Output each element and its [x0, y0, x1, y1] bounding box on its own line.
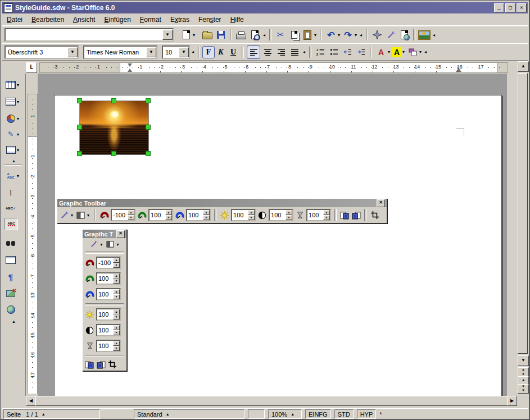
autotext-button[interactable]: AABC▾ [4, 169, 24, 182]
find-replace-button[interactable] [4, 236, 24, 250]
vertical-scroll-thumb[interactable] [518, 73, 528, 354]
selection-handle-se[interactable] [146, 151, 151, 156]
highlighting-button[interactable]: A [392, 47, 402, 57]
selection-handle-ne[interactable] [146, 98, 151, 103]
url-combobox[interactable]: ▼ [4, 28, 174, 42]
green-value[interactable]: 100 [150, 210, 165, 220]
numbered-list-button[interactable] [314, 46, 327, 58]
spin-down-icon[interactable]: ▼ [113, 346, 120, 351]
paragraph-background-button[interactable] [406, 46, 419, 58]
style-dropdown-icon[interactable]: ▼ [67, 47, 78, 57]
blue-spinbox[interactable]: 100▲▼ [96, 288, 121, 300]
contrast-spinbox[interactable]: 100▲▼ [269, 209, 293, 221]
navigator-button[interactable] [371, 29, 383, 41]
menu-extras[interactable]: Extras [166, 15, 194, 25]
menu-datei[interactable]: Datei [2, 15, 27, 25]
url-input[interactable] [6, 31, 162, 38]
align-left-button[interactable] [247, 45, 260, 59]
selection-handle-sw[interactable] [77, 151, 82, 156]
copy-button[interactable] [288, 29, 300, 41]
align-right-button[interactable] [275, 46, 287, 58]
filter-dropdown-icon[interactable]: ▾ [71, 213, 73, 218]
group-collapse-icon[interactable]: ◂ [433, 33, 435, 38]
paste-dropdown-icon[interactable]: ▾ [314, 33, 316, 38]
bullet-list-button[interactable] [328, 46, 340, 58]
save-button[interactable] [215, 29, 227, 41]
align-center-button[interactable] [261, 46, 274, 58]
status-page-style[interactable]: Standard▲ [134, 409, 244, 419]
group-collapse-icon[interactable]: ◂ [424, 49, 427, 54]
indent-marker-icon[interactable] [128, 63, 133, 72]
horizontal-scrollbar[interactable]: ◀ ▶ [26, 396, 517, 406]
group-collapse-icon[interactable]: ◂ [360, 33, 362, 38]
url-dropdown-icon[interactable]: ▼ [162, 30, 173, 40]
selection-handle-n[interactable] [111, 98, 116, 103]
status-zoom[interactable]: 100%▲ [268, 409, 302, 419]
filter-button[interactable] [60, 211, 69, 220]
gamma-spinbox[interactable]: 100▲▼ [306, 209, 331, 221]
new-document-dropdown-icon[interactable]: ▾ [193, 33, 195, 38]
graphic-toolbar-vertical-titlebar[interactable]: Grapihc T ✕ [83, 230, 126, 238]
data-sources-button[interactable] [4, 253, 24, 267]
gamma-value[interactable]: 100 [97, 341, 113, 351]
spin-down-icon[interactable]: ▼ [323, 215, 330, 220]
dropdown-icon[interactable]: ▾ [17, 116, 19, 121]
status-insert-mode[interactable]: EINFG [305, 409, 331, 419]
spin-down-icon[interactable]: ▼ [113, 263, 120, 268]
spin-up-icon[interactable]: ▲ [113, 289, 120, 294]
font-dropdown-icon[interactable]: ▼ [146, 47, 156, 57]
selection-handle-s[interactable] [111, 151, 116, 156]
graphic-toolbar-floating[interactable]: Grapihc Toolbar ✕ ▾ ▾ -100▲▼ 100▲▼ 100▲▼… [57, 198, 387, 223]
minimize-button[interactable]: _ [494, 3, 504, 12]
red-spinbox[interactable]: -100▲▼ [111, 209, 135, 221]
spin-up-icon[interactable]: ▲ [113, 341, 120, 346]
stylist-button[interactable] [384, 29, 397, 41]
italic-button[interactable]: K [215, 46, 227, 58]
spin-down-icon[interactable]: ▼ [113, 294, 120, 299]
insert-table-button[interactable]: ▾ [4, 78, 24, 92]
status-hyperlink-mode[interactable]: HYP [357, 409, 377, 419]
dropdown-icon[interactable]: ▾ [17, 148, 19, 153]
navigation-dot-icon[interactable]: ● [518, 376, 529, 385]
background-dropdown-icon[interactable]: ▾ [419, 49, 422, 54]
contrast-value[interactable]: 100 [270, 210, 286, 220]
dropdown-icon[interactable]: ▾ [17, 132, 19, 137]
spin-down-icon[interactable]: ▼ [286, 215, 292, 220]
spin-down-icon[interactable]: ▼ [113, 330, 120, 335]
font-size-combobox[interactable]: 10 ▼ [162, 45, 190, 59]
flip-horizontal-button[interactable] [85, 360, 94, 369]
brightness-spinbox[interactable]: 100▲▼ [96, 308, 121, 321]
spin-down-icon[interactable]: ▼ [165, 215, 172, 220]
crop-button[interactable] [370, 211, 379, 220]
graphic-toolbar-vertical-floating[interactable]: Grapihc T ✕ ▾ ▾ -100▲▼ 100▲▼ 100▲▼ 100▲▼… [82, 229, 127, 371]
close-button[interactable]: ✕ [517, 3, 527, 12]
close-icon[interactable]: ✕ [116, 230, 125, 238]
menu-format[interactable]: Format [135, 15, 166, 25]
contrast-spinbox[interactable]: 100▲▼ [96, 324, 121, 336]
next-page-icon[interactable]: ▼▼ [518, 384, 529, 394]
formatting-marks-button[interactable]: ¶ [4, 270, 24, 284]
group-collapse-icon[interactable]: ◂ [303, 49, 305, 54]
size-dropdown-icon[interactable]: ▼ [179, 47, 189, 57]
status-selection-mode[interactable]: STD [334, 409, 354, 419]
dropdown-icon[interactable]: ▾ [17, 99, 19, 104]
group-collapse-icon[interactable]: ◂ [263, 33, 265, 38]
insert-object-button[interactable]: ▾ [4, 112, 24, 125]
menu-fenster[interactable]: Fenster [194, 15, 226, 25]
spin-up-icon[interactable]: ▲ [286, 210, 292, 215]
menu-ansicht[interactable]: Ansicht [69, 15, 99, 25]
dropdown-icon[interactable]: ▾ [17, 174, 19, 179]
direct-cursor-button[interactable]: I [4, 186, 24, 199]
spellcheck-button[interactable]: ABC✓ [4, 202, 24, 215]
red-value[interactable]: -100 [97, 258, 113, 268]
gamma-value[interactable]: 100 [307, 210, 323, 220]
highlighting-dropdown-icon[interactable]: ▾ [402, 49, 405, 54]
spin-up-icon[interactable]: ▲ [113, 258, 120, 263]
selection-handle-nw[interactable] [77, 98, 82, 103]
group-collapse-icon[interactable]: ◂ [192, 49, 194, 54]
tab-selector-button[interactable]: L [26, 62, 37, 73]
font-color-button[interactable]: A [375, 46, 387, 58]
insert-frame-button[interactable]: ▾ [4, 95, 24, 108]
maximize-button[interactable]: □ [505, 3, 515, 12]
blue-value[interactable]: 100 [97, 289, 113, 299]
